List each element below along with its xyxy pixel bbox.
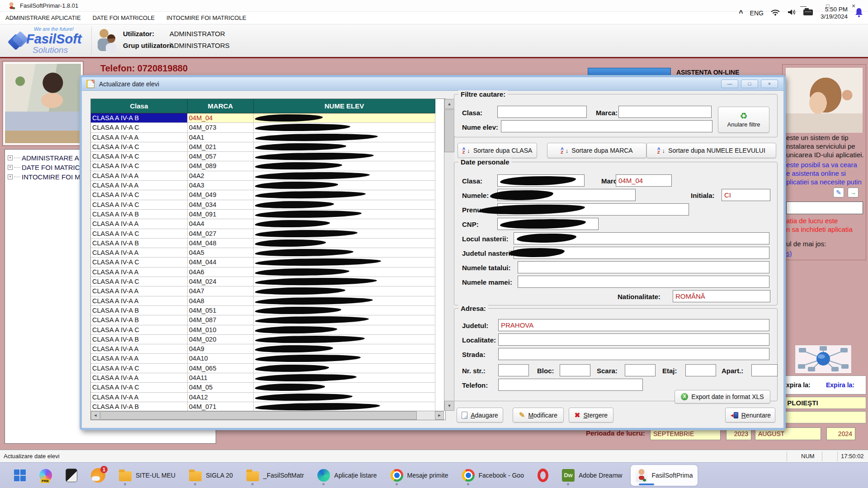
table-row[interactable]: CLASA A IV-A A04A9 [91, 344, 445, 354]
taskbar-item[interactable] [533, 465, 553, 486]
table-row[interactable]: CLASA A IV-A B04M_051 [91, 306, 445, 315]
address-etaj-input[interactable] [685, 364, 716, 376]
taskbar-item[interactable] [61, 465, 82, 486]
table-row[interactable]: CLASA A IV-A B04M_071 [91, 402, 445, 411]
sort-button[interactable]: AZ↓Sortare dupa MARCA [547, 143, 646, 158]
table-row[interactable]: CLASA A IV-A C04M_057 [91, 152, 445, 161]
personal-nationalitate-input[interactable]: ROMÂNĂ [673, 290, 770, 302]
address-bloc-input[interactable] [560, 364, 590, 376]
table-row[interactable]: CLASA A IV-A A04A12 [91, 393, 445, 402]
export-xls-button[interactable]: X Export date in format XLS [675, 390, 770, 404]
table-row[interactable]: CLASA A IV-A A04A8 [91, 296, 445, 306]
dialog-close-button[interactable]: × [761, 80, 778, 88]
table-row[interactable]: CLASA A IV-A A04A2 [91, 171, 445, 181]
horizontal-scroll-thumb[interactable] [100, 411, 417, 420]
taskbar-item[interactable] [9, 465, 31, 486]
sort-button[interactable]: AZ↓Sortare dupa CLASA [458, 143, 537, 158]
taskbar-item[interactable]: PRE [34, 465, 57, 486]
vertical-scroll-thumb[interactable] [444, 109, 454, 152]
expand-icon[interactable]: + [8, 155, 13, 160]
address-telefon-input[interactable] [498, 379, 643, 391]
dialog-maximize-button[interactable]: □ [741, 80, 758, 88]
address-localitate-input[interactable] [498, 333, 769, 346]
address-strada-input[interactable] [498, 348, 769, 360]
column-header-marca[interactable]: MARCA [188, 99, 254, 113]
taskbar-item-aplica-ie-listare[interactable]: Aplicație listare [312, 465, 382, 486]
table-row[interactable]: CLASA A IV-A C04M_027 [91, 229, 445, 239]
table-row[interactable]: CLASA A IV-A B04M_091 [91, 210, 445, 219]
dialog-titlebar[interactable]: ✎ Actualizare date elevi — □ × [82, 77, 783, 91]
expand-icon[interactable]: + [8, 165, 13, 170]
table-row[interactable]: CLASA A IV-A C04M_073 [91, 123, 445, 132]
edit-note-icon[interactable]: ✎ [833, 188, 844, 197]
vertical-scrollbar[interactable]: ▲ ▼ [444, 99, 454, 411]
taskbar-item-mesaje-primite[interactable]: Mesaje primite [386, 465, 453, 486]
tray-chevron-icon[interactable]: ^ [739, 9, 743, 17]
table-row[interactable]: CLASA A IV-A C04M_021 [91, 142, 445, 152]
column-header-clasa[interactable]: Clasa [91, 99, 188, 113]
assist-link[interactable]: s) [786, 249, 792, 257]
horizontal-scrollbar[interactable]: ◄ ► [91, 411, 444, 420]
address-scara-input[interactable] [625, 364, 656, 376]
table-row[interactable]: CLASA A IV-A B04M_020 [91, 335, 445, 344]
scroll-up-button[interactable]: ▲ [444, 99, 454, 109]
table-row[interactable]: CLASA A IV-A C04M_065 [91, 364, 445, 373]
export-note-icon[interactable]: → [848, 188, 859, 197]
renuntare-button[interactable]: ◄ Renuntare [725, 408, 775, 422]
personal-mamei-input[interactable] [518, 276, 769, 288]
sort-button[interactable]: AZ↓Sortare dupa NUMELE ELEVULUI [646, 143, 776, 158]
taskbar-item[interactable]: 1 [86, 465, 110, 486]
address-nr-input[interactable] [498, 364, 529, 376]
anulare-filtre-button[interactable]: ♻ Anulare filtre [718, 107, 769, 133]
taskbar-item-fasilsoftprima[interactable]: FasilSoftPrima [631, 465, 698, 486]
personal-tatalui-input[interactable] [518, 261, 769, 273]
table-row[interactable]: CLASA A IV-A A04A4 [91, 219, 445, 229]
column-header-nume[interactable]: NUME ELEV [254, 99, 435, 113]
personal-marca-input[interactable]: 04M_04 [616, 174, 672, 187]
scroll-left-button[interactable]: ◄ [91, 411, 100, 420]
period-year-end[interactable]: 2024 [826, 427, 855, 440]
stergere-button[interactable]: ✖ Stergere [569, 408, 613, 422]
taskbar-item-adobe-dreamw[interactable]: DwAdobe Dreamw [557, 465, 627, 486]
personal-initiala-input[interactable]: CI [722, 189, 770, 201]
scroll-right-button[interactable]: ► [435, 411, 444, 420]
volume-icon[interactable] [787, 9, 796, 18]
menu-item[interactable]: INTOCMIRE FOI MATRICOLE [166, 14, 246, 21]
taskbar-item--fasilsoftmatr[interactable]: _FasilSoftMatr [241, 465, 309, 486]
table-row[interactable]: CLASA A IV-A C04M_034 [91, 200, 445, 210]
table-row[interactable]: CLASA A IV-A A04A1 [91, 133, 445, 142]
device-icon[interactable] [803, 8, 814, 18]
address-judetul-input[interactable]: PRAHOVA [498, 319, 769, 331]
address-apart-input[interactable] [751, 364, 778, 376]
table-row[interactable]: CLASA A IV-A C04M_010 [91, 325, 445, 335]
table-row[interactable]: CLASA A IV-A A04A11 [91, 373, 445, 383]
dialog-minimize-button[interactable]: — [721, 80, 738, 88]
filter-clasa-input[interactable] [497, 106, 587, 118]
expand-icon[interactable]: + [8, 174, 13, 179]
adaugare-button[interactable]: Adaugare [457, 408, 503, 422]
taskbar-item-sigla-20[interactable]: SIGLA 20 [184, 465, 238, 486]
modificare-button[interactable]: ✎ Modificare [513, 408, 564, 422]
notification-bell-icon[interactable] [854, 7, 863, 19]
taskbar-item-site-ul-meu[interactable]: SITE-UL MEU [114, 465, 180, 486]
table-row[interactable]: CLASA A IV-A A04A5 [91, 248, 445, 258]
language-indicator[interactable]: ENG [750, 9, 764, 17]
taskbar-clock[interactable]: 5:50 PM 3/19/2024 [821, 6, 848, 20]
scroll-down-button[interactable]: ▼ [444, 401, 454, 411]
table-row[interactable]: CLASA A IV-A C04M_05 [91, 383, 445, 392]
table-row[interactable]: CLASA A IV-A C04M_044 [91, 258, 445, 267]
taskbar-item-facebook-goo[interactable]: Facebook - Goo [457, 465, 529, 486]
table-row[interactable]: CLASA A IV-A C04M_089 [91, 161, 445, 171]
table-row[interactable]: CLASA A IV-A A04A3 [91, 181, 445, 190]
table-row[interactable]: CLASA A IV-A B04M_048 [91, 239, 445, 248]
filter-nume-input[interactable] [501, 120, 712, 132]
filter-marca-input[interactable] [618, 106, 712, 118]
menu-item[interactable]: DATE FOI MATRICOLE [93, 14, 155, 21]
table-row[interactable]: CLASA A IV-A B04M_087 [91, 315, 445, 325]
table-row[interactable]: CLASA A IV-A B04M_04 [91, 113, 445, 123]
table-row[interactable]: CLASA A IV-A C04M_049 [91, 190, 445, 200]
table-row[interactable]: CLASA A IV-A A04A10 [91, 354, 445, 363]
table-row[interactable]: CLASA A IV-A A04A6 [91, 267, 445, 277]
wifi-icon[interactable] [770, 9, 780, 18]
table-row[interactable]: CLASA A IV-A C04M_024 [91, 277, 445, 286]
